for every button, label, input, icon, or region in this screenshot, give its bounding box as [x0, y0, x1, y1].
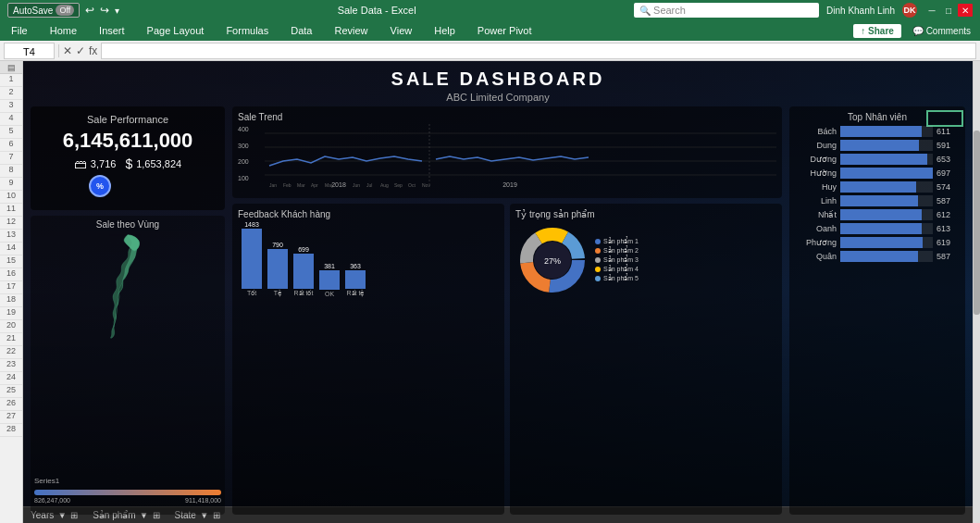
- range-high: 911,418,000: [185, 497, 221, 504]
- window-controls: ─ □ ✕: [924, 4, 973, 17]
- vertical-scrollbar[interactable]: [973, 61, 980, 523]
- row-18: 18: [0, 294, 22, 307]
- legend-dot-sp3: [595, 257, 601, 263]
- emp-row-bach: Bách 611: [795, 126, 960, 137]
- autosave-button[interactable]: AutoSave Off: [7, 3, 80, 18]
- fb-bar-ratte: 363 Rất tệ: [345, 263, 366, 297]
- emp-val-phuong: 619: [937, 238, 960, 247]
- stat-units: 🗃 3,716: [74, 156, 117, 171]
- tab-page-layout[interactable]: Page Layout: [136, 20, 216, 41]
- emp-row-phuong: Phương 619: [795, 237, 960, 248]
- gradient-bar: [34, 490, 221, 495]
- emp-name-huy: Huy: [795, 182, 837, 192]
- emp-bar-dung: [840, 140, 919, 151]
- tab-data[interactable]: Data: [279, 20, 323, 41]
- fb-label-te: Tệ: [274, 290, 281, 297]
- minimize-button[interactable]: ─: [924, 4, 939, 17]
- emp-val-oanh: 613: [937, 224, 960, 233]
- vietnam-map-svg: [34, 231, 221, 342]
- fb-label-tot: Tốt: [247, 290, 256, 297]
- search-box[interactable]: 🔍 Search: [634, 3, 819, 18]
- indicator-area: %: [38, 175, 217, 203]
- row-27: 27: [0, 411, 22, 424]
- comments-button[interactable]: 💬 Comments: [912, 26, 971, 36]
- emp-val-duong: 653: [937, 155, 960, 164]
- ribbon-right: ↑ Share 💬 Comments: [853, 24, 980, 38]
- emp-bar-phuong: [840, 237, 923, 248]
- legend-sp3: Sản phẩm 3: [595, 256, 639, 264]
- emp-row-oanh: Oanh 613: [795, 223, 960, 234]
- tab-file[interactable]: File: [0, 20, 39, 41]
- emp-val-huong: 697: [937, 168, 960, 178]
- emp-name-oanh: Oanh: [795, 224, 837, 233]
- maximize-button[interactable]: □: [941, 4, 956, 17]
- emp-bar-container-bach: [840, 126, 933, 137]
- autosave-state: Off: [56, 5, 74, 16]
- dashboard-area: SALE DASHBOARD ABC Limited Company Sale …: [23, 61, 973, 523]
- legend-sp1: Sản phẩm 1: [595, 238, 639, 245]
- confirm-formula-icon[interactable]: ✓: [76, 44, 85, 57]
- row-1: 1: [0, 74, 22, 87]
- emp-name-huong: Hường: [795, 168, 837, 178]
- svg-text:Jul: Jul: [366, 182, 372, 188]
- row-22: 22: [0, 346, 22, 359]
- emp-row-dung: Dung 591: [795, 140, 960, 151]
- percentage-indicator: %: [89, 175, 111, 197]
- svg-text:Aug: Aug: [380, 182, 389, 188]
- donut-svg: 27%: [515, 223, 589, 297]
- row-5: 5: [0, 126, 22, 139]
- legend-label-sp3: Sản phẩm 3: [603, 256, 639, 264]
- sale-perf-title: Sale Performance: [38, 114, 217, 125]
- tab-view[interactable]: View: [379, 20, 424, 41]
- row-7: 7: [0, 152, 22, 165]
- tab-review[interactable]: Review: [323, 20, 378, 41]
- tab-home[interactable]: Home: [39, 20, 88, 41]
- title-bar: AutoSave Off ↩ ↪ ▾ Sale Data - Excel 🔍 S…: [0, 0, 980, 20]
- tab-power-pivot[interactable]: Power Pivot: [466, 20, 543, 41]
- emp-row-quan: Quân 587: [795, 251, 960, 262]
- trend-line-svg: 2018 2019 Jan Feb Mar Apr May Jun Jul: [265, 124, 776, 189]
- ribbon-tabs: File Home Insert Page Layout Formulas Da…: [0, 20, 543, 41]
- emp-bar-container-oanh: [840, 223, 933, 234]
- cell-reference[interactable]: T4: [4, 43, 55, 59]
- fb-val-te: 790: [272, 242, 283, 248]
- redo-icon[interactable]: ↪: [100, 4, 109, 17]
- row-17: 17: [0, 281, 22, 294]
- units-value: 3,716: [91, 158, 117, 169]
- emp-bar-linh: [840, 195, 918, 206]
- row-24: 24: [0, 372, 22, 385]
- tab-formulas[interactable]: Formulas: [215, 20, 279, 41]
- tab-help[interactable]: Help: [423, 20, 466, 41]
- svg-text:2019: 2019: [502, 181, 517, 188]
- row-16: 16: [0, 268, 22, 281]
- tab-insert[interactable]: Insert: [88, 20, 136, 41]
- emp-bar-container-phuong: [840, 237, 933, 248]
- avatar-initials: DK: [904, 6, 916, 15]
- insert-function-icon[interactable]: fx: [89, 44, 97, 57]
- share-button[interactable]: ↑ Share: [853, 24, 901, 38]
- trend-card: Sale Trend 400 300 200 100: [232, 106, 782, 198]
- units-icon: 🗃: [74, 156, 87, 171]
- fb-label-rattot: Rất tốt: [294, 290, 314, 297]
- row-8: 8: [0, 165, 22, 178]
- legend-label-sp1: Sản phẩm 1: [603, 238, 639, 245]
- cancel-formula-icon[interactable]: ✕: [63, 44, 72, 57]
- undo-icon[interactable]: ↩: [85, 4, 94, 17]
- left-panel: Sale Performance 6,145,611,000 🗃 3,716 $…: [31, 106, 225, 515]
- small-stats: 🗃 3,716 $ 1,653,824: [38, 156, 217, 171]
- emp-bar-quan: [840, 251, 918, 262]
- formula-input[interactable]: [101, 43, 976, 59]
- map-range: 826,247,000 911,418,000: [34, 490, 221, 504]
- dashboard-title: SALE DASHBOARD: [23, 61, 973, 90]
- trend-title: Sale Trend: [238, 112, 776, 122]
- formula-bar: T4 ✕ ✓ fx: [0, 41, 980, 61]
- emp-val-bach: 611: [937, 127, 960, 136]
- close-button[interactable]: ✕: [958, 4, 973, 17]
- legend-label-sp4: Sản phẩm 4: [603, 266, 639, 273]
- donut-wrapper: 27% Sản phẩm 1 Sản phẩm 2: [515, 223, 776, 297]
- row-13: 13: [0, 230, 22, 243]
- quick-access-more[interactable]: ▾: [115, 6, 119, 16]
- fb-label-ratte: Rất tệ: [347, 290, 365, 297]
- row-14: 14: [0, 243, 22, 255]
- row-numbers: ▤ 1 2 3 4 5 6 7 8 9 10 11 12 13 14 15 16…: [0, 61, 23, 523]
